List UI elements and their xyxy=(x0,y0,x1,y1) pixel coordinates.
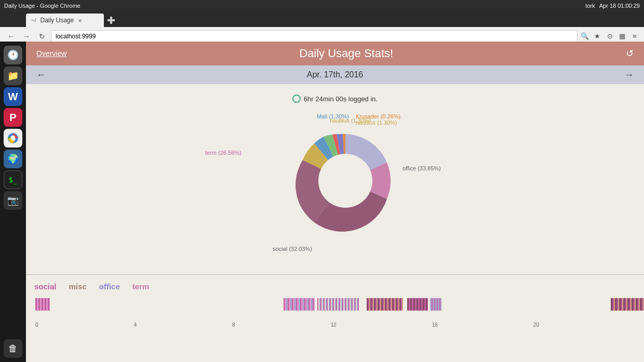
star-icon[interactable]: ★ xyxy=(592,31,602,42)
extensions-icon[interactable]: ⊙ xyxy=(605,31,615,42)
os-time: Apr 18 01:00:29 xyxy=(599,3,640,9)
axis-16: 16 xyxy=(432,322,438,328)
timeline-bar-social-1 xyxy=(35,298,50,311)
social-label: social (32.03%) xyxy=(273,246,312,252)
legend-misc: misc xyxy=(69,282,87,291)
sidebar-icon-camera[interactable]: 📷 xyxy=(4,191,22,210)
prev-date-button[interactable]: ← xyxy=(36,70,46,81)
legend-term: term xyxy=(132,282,150,291)
timeline-bar-cluster-6 xyxy=(611,298,644,311)
reload-button[interactable]: ↻ xyxy=(35,30,49,43)
svg-rect-1 xyxy=(108,19,115,21)
main-content: Overview Daily Usage Stats! ↺ ← Apr. 17t… xyxy=(26,42,644,362)
tab-bar: ~/ Daily Usage × xyxy=(0,11,644,27)
sidebar-icon-terminal[interactable]: $_ xyxy=(4,170,22,189)
clock-icon xyxy=(292,95,301,103)
timeline-legend: social misc office term xyxy=(34,282,636,291)
address-bar[interactable] xyxy=(51,30,578,43)
sidebar-icon-p[interactable]: P xyxy=(4,108,22,127)
office-label: office (33.85%) xyxy=(403,165,441,171)
axis-8: 8 xyxy=(232,322,235,328)
legend-social: social xyxy=(34,282,57,291)
tab-title: Daily Usage xyxy=(40,17,74,24)
os-bar-left: Daily Usage - Google Chrome xyxy=(4,3,81,9)
overview-link[interactable]: Overview xyxy=(36,49,66,58)
donut-chart-svg xyxy=(267,108,423,253)
os-bar-right: tork Apr 18 01:00:29 xyxy=(585,3,640,9)
donut-chart-wrapper: term (26.56%) office (33.85%) social (32… xyxy=(205,108,465,264)
nautilus-label2: nautilus (1.30%) xyxy=(356,119,397,126)
next-date-button[interactable]: → xyxy=(624,70,634,81)
forward-button[interactable]: → xyxy=(20,30,33,43)
timeline-axis: 0 4 8 12 16 20 xyxy=(34,322,636,328)
logged-in-info: 6hr 24min 00s logged in. xyxy=(292,95,378,103)
legend-office: office xyxy=(99,282,120,291)
term-label: term (26.56%) xyxy=(205,150,242,156)
svg-point-4 xyxy=(318,154,372,208)
new-tab-button[interactable] xyxy=(104,14,118,27)
sidebar-icon-w[interactable]: W xyxy=(4,87,22,106)
timeline-bar-cluster-2 xyxy=(317,298,359,311)
chart-area: 6hr 24min 00s logged in. xyxy=(26,84,644,274)
refresh-button[interactable]: ↺ xyxy=(626,48,634,59)
krusader-label: Krusader (0.26%) xyxy=(356,113,400,119)
sidebar-icon-files[interactable]: 📁 xyxy=(4,66,22,85)
timeline-bars-container xyxy=(34,296,636,322)
apps-icon[interactable]: ▦ xyxy=(617,31,627,42)
search-icon[interactable]: 🔍 xyxy=(580,31,590,42)
axis-0: 0 xyxy=(35,322,38,328)
sidebar-icon-chrome[interactable] xyxy=(4,129,22,148)
back-button[interactable]: ← xyxy=(4,30,18,43)
logged-in-text: 6hr 24min 00s logged in. xyxy=(304,95,378,103)
timeline-bar-cluster-1 xyxy=(284,298,315,311)
timeline-bar-cluster-5 xyxy=(430,298,441,311)
menu-icon[interactable]: ≡ xyxy=(629,31,640,42)
os-title-bar: Daily Usage - Google Chrome tork Apr 18 … xyxy=(0,0,644,11)
os-app-title: Daily Usage - Google Chrome xyxy=(4,3,81,9)
axis-12: 12 xyxy=(331,322,337,328)
date-bar: ← Apr. 17th, 2016 → xyxy=(26,65,644,84)
tab-close-button[interactable]: × xyxy=(78,17,82,24)
os-user: tork xyxy=(585,3,595,9)
tab-favicon: ~/ xyxy=(31,17,36,23)
axis-20: 20 xyxy=(533,322,539,328)
timeline-bar-cluster-4 xyxy=(407,298,428,311)
timeline-section: social misc office term 0 4 8 12 16 xyxy=(26,274,644,328)
browser-tab-daily-usage[interactable]: ~/ Daily Usage × xyxy=(26,14,104,27)
sidebar-icon-globe[interactable]: 🌍 xyxy=(4,150,22,168)
app-title: Daily Usage Stats! xyxy=(299,47,393,60)
current-date: Apr. 17th, 2016 xyxy=(307,70,364,79)
nav-icons: 🔍 ★ ⊙ ▦ ≡ xyxy=(580,31,640,42)
axis-4: 4 xyxy=(134,322,137,328)
sidebar-icon-trash[interactable]: 🗑 xyxy=(4,339,22,358)
sidebar: 🕐 📁 W P 🌍 $_ 📷 🗑 xyxy=(0,42,26,362)
app-header: Overview Daily Usage Stats! ↺ xyxy=(26,42,644,65)
timeline-bar-cluster-3 xyxy=(367,298,403,311)
sidebar-icon-clock[interactable]: 🕐 xyxy=(4,46,22,64)
